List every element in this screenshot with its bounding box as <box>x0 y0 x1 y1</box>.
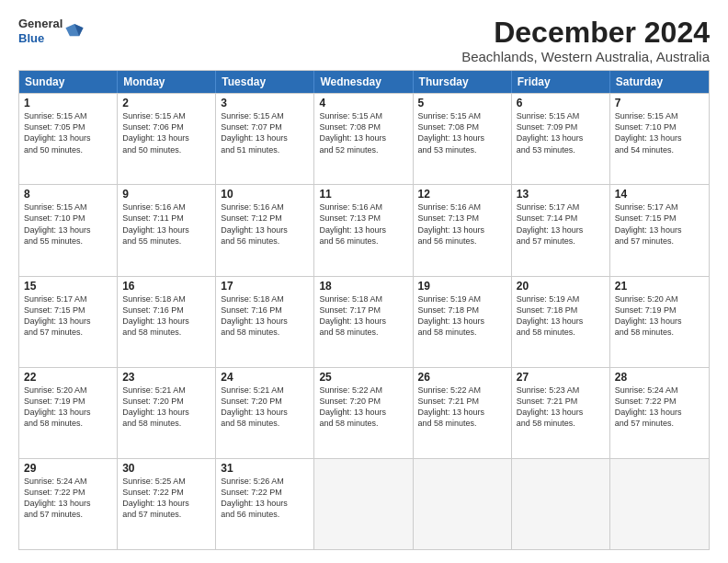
day-info: Sunrise: 5:26 AMSunset: 7:22 PMDaylight:… <box>221 476 309 521</box>
day-number: 1 <box>24 97 112 109</box>
day-info: Sunrise: 5:15 AMSunset: 7:07 PMDaylight:… <box>221 110 309 155</box>
week-row-1: 1 Sunrise: 5:15 AMSunset: 7:05 PMDayligh… <box>19 93 709 184</box>
day-14: 14 Sunrise: 5:17 AMSunset: 7:15 PMDaylig… <box>610 185 709 275</box>
day-number: 16 <box>122 280 210 293</box>
day-29: 29 Sunrise: 5:24 AMSunset: 7:22 PMDaylig… <box>19 459 118 549</box>
day-info: Sunrise: 5:17 AMSunset: 7:15 PMDaylight:… <box>615 201 704 247</box>
location-title: Beachlands, Western Australia, Australia <box>461 49 710 64</box>
day-number: 18 <box>319 280 407 293</box>
day-number: 3 <box>221 97 309 109</box>
day-number: 24 <box>221 371 309 384</box>
day-number: 9 <box>122 188 210 201</box>
empty-cell <box>512 459 610 549</box>
day-1: 1 Sunrise: 5:15 AMSunset: 7:05 PMDayligh… <box>19 94 118 184</box>
week-row-3: 15 Sunrise: 5:17 AMSunset: 7:15 PMDaylig… <box>19 276 709 367</box>
day-18: 18 Sunrise: 5:18 AMSunset: 7:17 PMDaylig… <box>314 277 413 367</box>
calendar-page: General Blue December 2024 Beachlands, W… <box>0 0 728 563</box>
empty-cell <box>610 459 709 549</box>
day-number: 31 <box>221 462 309 475</box>
logo: General Blue <box>18 17 85 45</box>
day-13: 13 Sunrise: 5:17 AMSunset: 7:14 PMDaylig… <box>512 185 610 275</box>
day-number: 20 <box>517 280 605 293</box>
day-info: Sunrise: 5:18 AMSunset: 7:17 PMDaylight:… <box>319 293 407 339</box>
day-15: 15 Sunrise: 5:17 AMSunset: 7:15 PMDaylig… <box>19 277 118 367</box>
col-saturday: Saturday <box>610 71 709 93</box>
page-header: General Blue December 2024 Beachlands, W… <box>18 17 710 64</box>
day-info: Sunrise: 5:15 AMSunset: 7:09 PMDaylight:… <box>517 110 605 155</box>
day-7: 7 Sunrise: 5:15 AMSunset: 7:10 PMDayligh… <box>610 94 709 184</box>
title-block: December 2024 Beachlands, Western Austra… <box>461 17 710 64</box>
day-19: 19 Sunrise: 5:19 AMSunset: 7:18 PMDaylig… <box>414 277 512 367</box>
calendar-body: 1 Sunrise: 5:15 AMSunset: 7:05 PMDayligh… <box>19 93 709 549</box>
col-sunday: Sunday <box>19 71 118 93</box>
day-22: 22 Sunrise: 5:20 AMSunset: 7:19 PMDaylig… <box>19 368 118 458</box>
day-31: 31 Sunrise: 5:26 AMSunset: 7:22 PMDaylig… <box>216 459 314 549</box>
day-number: 14 <box>615 188 704 201</box>
calendar-header: Sunday Monday Tuesday Wednesday Thursday… <box>19 71 709 93</box>
day-info: Sunrise: 5:18 AMSunset: 7:16 PMDaylight:… <box>122 293 210 339</box>
day-info: Sunrise: 5:15 AMSunset: 7:08 PMDaylight:… <box>319 110 407 155</box>
day-info: Sunrise: 5:21 AMSunset: 7:20 PMDaylight:… <box>122 385 210 430</box>
day-number: 28 <box>615 371 704 384</box>
week-row-4: 22 Sunrise: 5:20 AMSunset: 7:19 PMDaylig… <box>19 367 709 458</box>
day-8: 8 Sunrise: 5:15 AMSunset: 7:10 PMDayligh… <box>19 185 118 275</box>
day-info: Sunrise: 5:21 AMSunset: 7:20 PMDaylight:… <box>221 385 309 430</box>
day-info: Sunrise: 5:22 AMSunset: 7:21 PMDaylight:… <box>418 385 506 430</box>
day-26: 26 Sunrise: 5:22 AMSunset: 7:21 PMDaylig… <box>414 368 512 458</box>
month-title: December 2024 <box>461 17 710 49</box>
day-number: 5 <box>418 97 506 109</box>
empty-cell <box>414 459 512 549</box>
day-21: 21 Sunrise: 5:20 AMSunset: 7:19 PMDaylig… <box>610 277 709 367</box>
day-12: 12 Sunrise: 5:16 AMSunset: 7:13 PMDaylig… <box>414 185 512 275</box>
col-thursday: Thursday <box>414 71 512 93</box>
day-4: 4 Sunrise: 5:15 AMSunset: 7:08 PMDayligh… <box>314 94 413 184</box>
day-info: Sunrise: 5:18 AMSunset: 7:16 PMDaylight:… <box>221 293 309 339</box>
day-number: 11 <box>319 188 407 201</box>
day-5: 5 Sunrise: 5:15 AMSunset: 7:08 PMDayligh… <box>414 94 512 184</box>
day-11: 11 Sunrise: 5:16 AMSunset: 7:13 PMDaylig… <box>314 185 413 275</box>
day-number: 29 <box>24 462 112 475</box>
day-info: Sunrise: 5:16 AMSunset: 7:13 PMDaylight:… <box>319 201 407 247</box>
day-number: 12 <box>418 188 506 201</box>
day-16: 16 Sunrise: 5:18 AMSunset: 7:16 PMDaylig… <box>118 277 216 367</box>
day-info: Sunrise: 5:22 AMSunset: 7:20 PMDaylight:… <box>319 385 407 430</box>
week-row-2: 8 Sunrise: 5:15 AMSunset: 7:10 PMDayligh… <box>19 184 709 275</box>
day-number: 21 <box>615 280 704 293</box>
day-6: 6 Sunrise: 5:15 AMSunset: 7:09 PMDayligh… <box>512 94 610 184</box>
day-17: 17 Sunrise: 5:18 AMSunset: 7:16 PMDaylig… <box>216 277 314 367</box>
logo-icon <box>64 21 85 41</box>
day-info: Sunrise: 5:20 AMSunset: 7:19 PMDaylight:… <box>615 293 704 339</box>
day-number: 7 <box>615 97 704 109</box>
calendar: Sunday Monday Tuesday Wednesday Thursday… <box>18 70 710 550</box>
day-27: 27 Sunrise: 5:23 AMSunset: 7:21 PMDaylig… <box>512 368 610 458</box>
day-30: 30 Sunrise: 5:25 AMSunset: 7:22 PMDaylig… <box>118 459 216 549</box>
day-2: 2 Sunrise: 5:15 AMSunset: 7:06 PMDayligh… <box>118 94 216 184</box>
day-info: Sunrise: 5:19 AMSunset: 7:18 PMDaylight:… <box>418 293 506 339</box>
col-monday: Monday <box>118 71 216 93</box>
day-info: Sunrise: 5:15 AMSunset: 7:10 PMDaylight:… <box>615 110 704 155</box>
day-number: 8 <box>24 188 112 201</box>
col-friday: Friday <box>512 71 610 93</box>
day-number: 23 <box>122 371 210 384</box>
day-info: Sunrise: 5:15 AMSunset: 7:05 PMDaylight:… <box>24 110 112 155</box>
day-info: Sunrise: 5:15 AMSunset: 7:08 PMDaylight:… <box>418 110 506 155</box>
col-tuesday: Tuesday <box>216 71 314 93</box>
day-info: Sunrise: 5:15 AMSunset: 7:06 PMDaylight:… <box>122 110 210 155</box>
day-number: 13 <box>517 188 605 201</box>
day-info: Sunrise: 5:16 AMSunset: 7:11 PMDaylight:… <box>122 201 210 247</box>
day-info: Sunrise: 5:15 AMSunset: 7:10 PMDaylight:… <box>24 201 112 247</box>
col-wednesday: Wednesday <box>314 71 413 93</box>
empty-cell <box>314 459 413 549</box>
day-25: 25 Sunrise: 5:22 AMSunset: 7:20 PMDaylig… <box>314 368 413 458</box>
day-info: Sunrise: 5:17 AMSunset: 7:15 PMDaylight:… <box>24 293 112 339</box>
day-info: Sunrise: 5:20 AMSunset: 7:19 PMDaylight:… <box>24 385 112 430</box>
day-number: 2 <box>122 97 210 109</box>
day-number: 17 <box>221 280 309 293</box>
day-10: 10 Sunrise: 5:16 AMSunset: 7:12 PMDaylig… <box>216 185 314 275</box>
day-info: Sunrise: 5:16 AMSunset: 7:13 PMDaylight:… <box>418 201 506 247</box>
day-9: 9 Sunrise: 5:16 AMSunset: 7:11 PMDayligh… <box>118 185 216 275</box>
day-number: 25 <box>319 371 407 384</box>
day-number: 10 <box>221 188 309 201</box>
day-info: Sunrise: 5:24 AMSunset: 7:22 PMDaylight:… <box>615 385 704 430</box>
week-row-5: 29 Sunrise: 5:24 AMSunset: 7:22 PMDaylig… <box>19 458 709 549</box>
